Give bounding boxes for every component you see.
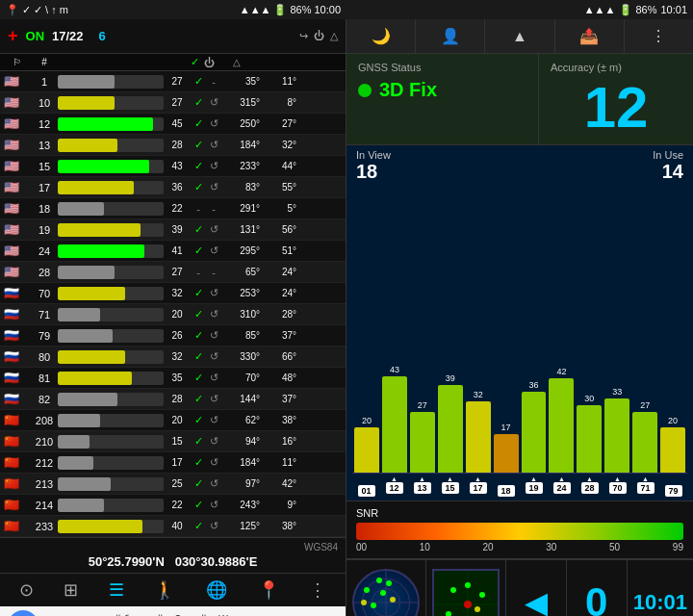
sat-bar [58, 329, 113, 343]
sat-bar [58, 435, 90, 449]
signal-icons: ✓ ✓ \ ↑ [22, 4, 57, 16]
sat-bar-container [58, 350, 164, 364]
bar-rect [466, 401, 491, 473]
sat-triangle: ▲ [586, 475, 593, 482]
sat-check: ✓ [191, 393, 206, 405]
table-row: 🇺🇸 13 28 ✓ ↺ 184° 32° [0, 135, 346, 156]
inuse-label: In Use [653, 149, 683, 161]
bar-rect [604, 398, 629, 473]
person-button[interactable]: 👤 [416, 19, 485, 53]
accuracy-value: 12 [551, 79, 681, 137]
snr-tick: 30 [546, 542, 556, 552]
sat-number: 70 [31, 288, 58, 299]
sat-azimuth: 62° [221, 415, 260, 425]
sat-refresh: ↺ [206, 223, 221, 236]
bar-value: 42 [556, 367, 566, 376]
sat-bar [58, 414, 100, 427]
sat-number: 15 [31, 161, 58, 172]
globe-icon[interactable]: 🌐 [206, 579, 227, 601]
arrow-widget[interactable]: ◄ [506, 560, 567, 616]
sat-bar [58, 372, 132, 385]
bottom-nav[interactable]: ⊙ ⊞ ☰ 🚶 🌐 📍 ⋮ [0, 573, 346, 606]
sat-bar-container [58, 372, 164, 385]
more-button[interactable]: ⋮ [625, 19, 693, 53]
right-signal: ▲▲▲ [584, 4, 616, 15]
sky-sat [364, 587, 370, 593]
navigation-button[interactable]: ▲ [485, 19, 554, 53]
compass-icon[interactable]: ⊙ [19, 579, 34, 601]
sat-bar [58, 244, 144, 258]
map-view-widget[interactable] [426, 560, 506, 616]
sat-bar-container [58, 181, 164, 194]
top-toolbar: 🌙 👤 ▲ 📤 ⋮ [346, 19, 693, 54]
sat-check: ✓ [191, 456, 206, 469]
sat-flag: 🇨🇳 [4, 455, 31, 470]
sat-bar-container [58, 435, 164, 449]
sat-refresh: ↺ [206, 435, 221, 448]
sat-flag: 🇷🇺 [4, 286, 31, 300]
bar-item: 20 [354, 416, 379, 473]
sat-number: 208 [31, 415, 58, 426]
sat-azimuth: 70° [221, 372, 260, 383]
sky-view [352, 569, 420, 616]
clock-widget[interactable]: 10:01 [628, 560, 693, 616]
sat-label: 17 [470, 482, 487, 494]
sat-snr: 35 [164, 372, 191, 383]
inview-value: 18 [356, 161, 391, 183]
share-button[interactable]: 📤 [555, 19, 625, 53]
sat-bar [58, 202, 104, 216]
sat-label-item: 79 [659, 475, 687, 497]
sat-label-item: 01 [352, 475, 380, 497]
sat-elevation: 27° [260, 118, 296, 129]
bar-value: 17 [501, 423, 511, 432]
sat-snr: 32 [164, 351, 191, 362]
sat-flag: 🇺🇸 [4, 116, 31, 131]
sat-bar [58, 499, 104, 512]
sat-bar [58, 223, 141, 237]
sat-snr: 43 [164, 161, 191, 171]
app-icon: + [8, 26, 18, 46]
sat-elevation: 32° [260, 140, 296, 150]
sat-elevation: 16° [260, 436, 296, 447]
sat-azimuth: 85° [221, 330, 260, 341]
sat-azimuth: 310° [221, 309, 260, 320]
list-icon[interactable]: ☰ [109, 579, 124, 601]
sat-triangle: ▲ [391, 475, 398, 482]
bar-value: 33 [612, 387, 622, 397]
more-icon[interactable]: ⋮ [309, 579, 326, 601]
sat-refresh: ↺ [206, 308, 221, 321]
sat-triangle: ▲ [475, 475, 481, 482]
sat-azimuth: 35° [221, 76, 260, 87]
table-row: 🇨🇳 214 22 ✓ ↺ 243° 9° [0, 495, 346, 516]
sat-elevation: 37° [260, 394, 296, 404]
sat-label: 24 [553, 482, 571, 494]
arrow-icon: ◄ [517, 581, 555, 617]
pin-icon[interactable]: 📍 [258, 579, 279, 601]
snr-section: SNR 001020305099 [346, 500, 693, 558]
table-row: 🇷🇺 79 26 ✓ ↺ 85° 37° [0, 325, 346, 346]
table-row: 🇷🇺 71 20 ✓ ↺ 310° 28° [0, 304, 346, 325]
sky-view-widget[interactable] [346, 560, 426, 616]
moon-button[interactable]: 🌙 [346, 19, 416, 53]
bar-item: 17 [494, 423, 519, 473]
svg-point-6 [465, 582, 471, 588]
sat-elevation: 5° [260, 203, 296, 214]
sky-sat [371, 603, 376, 608]
walk-icon[interactable]: 🚶 [154, 579, 175, 601]
sat-check: ✓ [191, 96, 206, 109]
globe-grid-icon[interactable]: ⊞ [64, 579, 78, 601]
accuracy-box: Accuracy (± m) 12 [539, 54, 693, 144]
bar-rect [438, 385, 463, 473]
gnss-label: GNSS Status [358, 62, 526, 73]
sat-refresh: ↺ [206, 393, 221, 405]
sat-number: 17 [31, 182, 58, 193]
sat-check: ✓ [191, 223, 206, 236]
sat-azimuth: 243° [221, 500, 260, 510]
bar-item: 42 [549, 367, 574, 473]
sat-bar [58, 477, 111, 491]
sat-label: 01 [358, 485, 375, 497]
sat-number: 81 [31, 372, 58, 384]
sky-sat [386, 580, 392, 586]
sat-snr: 28 [164, 394, 191, 404]
counter-widget[interactable]: 0 [567, 560, 628, 616]
